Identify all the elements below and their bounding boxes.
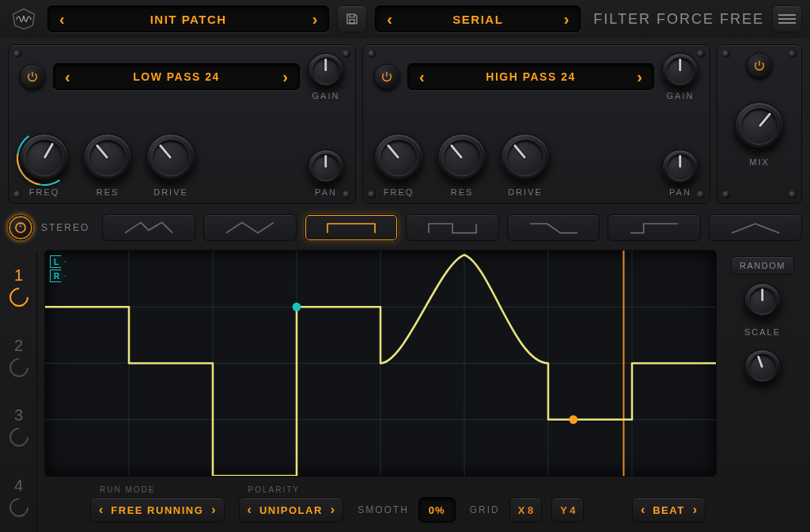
run-mode-value: FREE RUNNING	[111, 504, 203, 516]
svg-rect-0	[350, 20, 354, 24]
filter2-type-value: HIGH PASS 24	[486, 70, 575, 83]
filter1-freq-label: FREQ	[29, 187, 60, 197]
shape-tab-3[interactable]	[305, 214, 398, 241]
rate-next-icon[interactable]: ›	[693, 503, 697, 517]
app-logo	[8, 6, 40, 32]
grid-label: GRID	[470, 504, 500, 515]
menu-icon	[778, 12, 796, 26]
filter2-pan-label: PAN	[669, 187, 691, 197]
filter2-drive-knob[interactable]	[501, 134, 550, 183]
stereo-label: STEREO	[41, 222, 94, 233]
product-title: FILTER FORCE FREE	[589, 11, 764, 28]
filter1-res-label: RES	[97, 187, 119, 197]
grid-x-button[interactable]: X 8	[509, 497, 543, 523]
filter2-drive-label: DRIVE	[508, 187, 543, 197]
run-mode-header: RUN MODE	[90, 485, 225, 494]
smooth-value-box[interactable]: 0%	[418, 497, 456, 523]
filter1-type-prev-icon[interactable]: ‹	[60, 68, 75, 86]
patch-selector[interactable]: ‹ INIT PATCH ›	[47, 6, 329, 32]
run-mode-next-icon[interactable]: ›	[211, 503, 215, 517]
svg-point-15	[570, 415, 578, 424]
output-power-button[interactable]	[747, 53, 772, 78]
filter1-freq-knob[interactable]	[20, 134, 69, 183]
routing-prev-icon[interactable]: ‹	[382, 10, 397, 28]
grid-x-value: X 8	[518, 504, 534, 516]
routing-next-icon[interactable]: ›	[559, 10, 574, 28]
run-mode-prev-icon[interactable]: ‹	[99, 503, 103, 517]
filter1-gain-label: GAIN	[312, 91, 340, 100]
power-icon	[753, 59, 766, 72]
filter1-panel: ‹ LOW PASS 24 › GAIN FREQ	[8, 44, 356, 204]
lfo-slot-3[interactable]: 3	[1, 392, 37, 462]
filter1-pan-knob[interactable]	[308, 149, 344, 186]
random-button[interactable]: RANDOM	[731, 256, 794, 275]
shape-tab-2[interactable]	[203, 214, 297, 241]
power-icon	[26, 70, 39, 83]
menu-button[interactable]	[772, 6, 802, 32]
rate-prev-icon[interactable]: ‹	[641, 503, 645, 517]
routing-value: SERIAL	[452, 13, 503, 26]
lfo-slot-1[interactable]: 1	[1, 251, 37, 322]
filter1-drive-label: DRIVE	[153, 187, 188, 197]
polarity-prev-icon[interactable]: ‹	[248, 503, 252, 517]
rate-value: BEAT	[653, 504, 684, 516]
filter2-type-selector[interactable]: ‹ HIGH PASS 24 ›	[407, 63, 654, 90]
side-knob-2[interactable]	[744, 349, 781, 386]
output-panel: MIX	[717, 44, 802, 204]
grid-y-button[interactable]: Y 4	[551, 497, 584, 523]
filter1-res-knob[interactable]	[83, 134, 132, 183]
power-icon	[380, 70, 393, 83]
shape-tab-4[interactable]	[406, 214, 499, 241]
svg-point-14	[293, 303, 301, 311]
polarity-value: UNIPOLAR	[259, 504, 323, 516]
shape-tab-5[interactable]	[507, 214, 600, 241]
save-button[interactable]	[337, 6, 367, 32]
filter2-gain-label: GAIN	[667, 91, 695, 100]
patch-name: INIT PATCH	[150, 13, 227, 26]
filter2-res-label: RES	[451, 187, 474, 197]
routing-selector[interactable]: ‹ SERIAL ›	[375, 6, 581, 32]
filter2-type-next-icon[interactable]: ›	[632, 68, 647, 86]
polarity-header: POLARITY	[239, 485, 344, 494]
smooth-value: 0%	[429, 504, 445, 516]
stereo-icon: 1	[13, 221, 28, 235]
mix-label: MIX	[749, 157, 770, 167]
scale-knob[interactable]	[744, 283, 781, 319]
lfo-slot-column: 1 2 3 4	[0, 250, 38, 532]
filter1-power-button[interactable]	[20, 64, 45, 89]
patch-next-icon[interactable]: ›	[308, 10, 323, 28]
grid-y-value: Y 4	[560, 504, 575, 516]
mix-knob[interactable]	[735, 102, 784, 151]
filter2-panel: ‹ HIGH PASS 24 › GAIN FREQ	[362, 44, 710, 204]
filter1-type-value: LOW PASS 24	[133, 70, 220, 83]
filter2-res-knob[interactable]	[437, 134, 486, 183]
filter2-gain-knob[interactable]	[662, 53, 698, 89]
scale-label: SCALE	[744, 327, 781, 337]
shape-tab-7[interactable]	[709, 214, 802, 241]
rate-selector[interactable]: ‹ BEAT ›	[632, 497, 706, 523]
stereo-toggle[interactable]: 1	[8, 215, 33, 240]
random-label: RANDOM	[740, 261, 785, 270]
lfo-slot-2[interactable]: 2	[1, 322, 37, 392]
filter2-pan-knob[interactable]	[662, 149, 698, 186]
filter2-power-button[interactable]	[374, 64, 399, 89]
smooth-label: SMOOTH	[358, 504, 409, 515]
filter1-type-selector[interactable]: ‹ LOW PASS 24 ›	[53, 63, 300, 90]
filter2-freq-label: FREQ	[384, 187, 414, 197]
lfo-editor[interactable]: L R	[44, 250, 717, 477]
filter1-drive-knob[interactable]	[146, 134, 195, 183]
run-mode-selector[interactable]: ‹ FREE RUNNING ›	[90, 497, 225, 523]
lfo-slot-4[interactable]: 4	[1, 462, 37, 532]
filter1-type-next-icon[interactable]: ›	[278, 68, 293, 86]
polarity-next-icon[interactable]: ›	[331, 503, 335, 517]
polarity-selector[interactable]: ‹ UNIPOLAR ›	[239, 497, 344, 523]
patch-prev-icon[interactable]: ‹	[55, 10, 70, 28]
filter2-freq-knob[interactable]	[374, 134, 423, 183]
lfo-side-column: RANDOM SCALE	[723, 250, 802, 532]
filter2-type-prev-icon[interactable]: ‹	[414, 68, 430, 86]
shape-tab-1[interactable]	[102, 214, 195, 241]
filter1-gain-knob[interactable]	[308, 53, 344, 89]
save-icon	[345, 12, 359, 26]
filter1-pan-label: PAN	[315, 187, 337, 197]
shape-tab-6[interactable]	[608, 214, 701, 241]
